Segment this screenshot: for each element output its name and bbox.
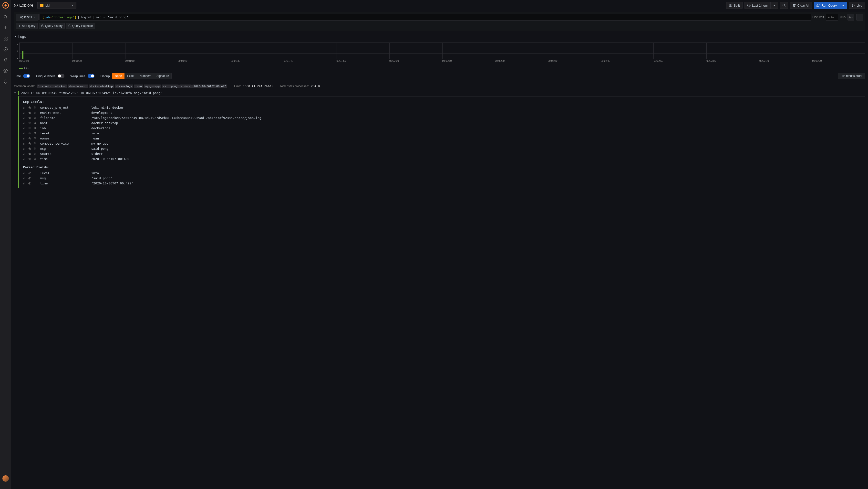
compass-icon[interactable]	[1, 45, 10, 54]
plus-icon[interactable]	[1, 23, 10, 33]
detail-value: /var/log/docker/5e04ec4918a78d24927d5eb8…	[91, 116, 261, 120]
panel-header[interactable]: Logs	[14, 35, 865, 38]
stats-icon[interactable]	[23, 177, 26, 180]
query-input[interactable]: {job="dockerlogs"} | logfmt | msg = "sai…	[39, 14, 811, 21]
filter-in-icon[interactable]	[28, 111, 31, 114]
filter-out-icon[interactable]	[34, 142, 37, 145]
run-query-button[interactable]: Run Query	[814, 2, 839, 9]
detail-value: info	[91, 132, 99, 135]
filter-in-icon[interactable]	[28, 106, 31, 109]
filter-in-icon[interactable]	[28, 122, 31, 124]
filter-in-icon[interactable]	[28, 132, 31, 135]
y-tick: 0	[14, 56, 18, 59]
add-query-button[interactable]: Add query	[16, 23, 38, 29]
stats-icon[interactable]	[23, 106, 26, 109]
line-limit-input[interactable]	[826, 14, 838, 21]
play-icon	[851, 4, 855, 7]
filter-out-icon[interactable]	[34, 122, 37, 124]
detail-key: compose_project	[40, 106, 89, 109]
search-icon[interactable]	[1, 12, 10, 22]
dedup-exact[interactable]: Exact	[124, 73, 137, 79]
filter-in-icon[interactable]	[28, 147, 31, 150]
dedup-none[interactable]: None	[112, 73, 125, 79]
filter-out-icon[interactable]	[34, 147, 37, 150]
zoom-out-button[interactable]	[780, 2, 788, 9]
detail-row: compose_projectloki-minio-docker	[23, 105, 861, 110]
time-toggle[interactable]	[23, 74, 30, 78]
eye-icon[interactable]	[28, 182, 31, 185]
stats-icon[interactable]	[23, 132, 26, 135]
stats-icon[interactable]	[23, 116, 26, 119]
stats-icon[interactable]	[23, 172, 26, 175]
filter-out-icon[interactable]	[34, 116, 37, 119]
filter-out-icon[interactable]	[34, 152, 37, 155]
toggle-visibility-button[interactable]	[847, 14, 854, 21]
stats-icon[interactable]	[23, 142, 26, 145]
filter-out-icon[interactable]	[34, 157, 37, 161]
detail-value: said pong	[91, 147, 108, 150]
unique-labels-toggle[interactable]	[58, 74, 64, 78]
chevron-down-icon	[71, 4, 74, 7]
time-range-dropdown[interactable]	[770, 2, 778, 9]
stats-icon[interactable]	[23, 152, 26, 155]
log-histogram[interactable]: 2 1 0 09:00:5009:01:0009:01:1009:01:2009…	[14, 42, 865, 64]
filter-in-icon[interactable]	[28, 137, 31, 140]
stats-icon[interactable]	[23, 122, 26, 124]
filter-out-icon[interactable]	[34, 132, 37, 135]
filter-in-icon[interactable]	[28, 142, 31, 145]
svg-point-141	[30, 173, 30, 173]
flip-results-button[interactable]: Flip results order	[838, 73, 865, 79]
eye-icon[interactable]	[28, 177, 31, 180]
filter-in-icon[interactable]	[28, 116, 31, 119]
stats-icon[interactable]	[23, 182, 26, 185]
detail-key: compose_service	[40, 142, 89, 145]
stats-icon[interactable]	[23, 157, 26, 161]
dedup-numbers[interactable]: Numbers	[137, 73, 154, 79]
stats-icon[interactable]	[23, 147, 26, 150]
filter-in-icon[interactable]	[28, 127, 31, 130]
stats-icon[interactable]	[23, 111, 26, 114]
bell-icon[interactable]	[1, 55, 10, 65]
time-range-button[interactable]: Last 1 hour	[744, 2, 770, 9]
live-button[interactable]: Live	[849, 2, 865, 9]
log-row[interactable]: 2020-10-06 09:00:49 time="2020-10-06T07:…	[14, 90, 865, 95]
filter-out-icon[interactable]	[34, 137, 37, 140]
detail-key: msg	[40, 147, 89, 150]
svg-rect-9	[6, 39, 7, 40]
detail-row: levelinfo	[23, 171, 861, 176]
run-query-dropdown[interactable]	[839, 2, 847, 9]
detail-value: dockerlogs	[91, 126, 110, 130]
wrap-lines-toggle[interactable]	[88, 74, 94, 78]
chart-legend: info	[19, 67, 865, 70]
limit-label: Limit:	[234, 85, 241, 88]
interval-display: 0.0s	[840, 16, 845, 19]
svg-line-136	[36, 159, 36, 160]
filter-out-icon[interactable]	[34, 127, 37, 130]
query-history-button[interactable]: Query history	[39, 23, 65, 29]
filter-out-icon[interactable]	[34, 111, 37, 114]
dashboards-icon[interactable]	[1, 34, 10, 44]
eye-icon[interactable]	[28, 172, 31, 175]
stats-icon[interactable]	[23, 127, 26, 130]
remove-query-button[interactable]	[856, 14, 863, 21]
log-message: time="2020-10-06T07:00:49Z" level=info m…	[59, 91, 162, 95]
page-title: Explore	[14, 3, 33, 8]
datasource-picker[interactable]: loki	[37, 2, 76, 9]
filter-in-icon[interactable]	[28, 152, 31, 155]
svg-marker-19	[852, 4, 854, 7]
grafana-logo[interactable]	[2, 2, 9, 9]
common-label-tag: 2020-10-06T07:00:49Z	[192, 85, 227, 88]
split-button[interactable]: Split	[726, 2, 743, 9]
clear-all-button[interactable]: Clear All	[790, 2, 812, 9]
parsed-section-title: Parsed Fields:	[23, 164, 861, 171]
filter-out-icon[interactable]	[34, 106, 37, 109]
filter-in-icon[interactable]	[28, 157, 31, 161]
dedup-signature[interactable]: Signature	[154, 73, 172, 79]
log-labels-button[interactable]: Log labels	[16, 14, 38, 21]
svg-rect-6	[4, 37, 5, 38]
shield-icon[interactable]	[1, 77, 10, 86]
query-inspector-button[interactable]: Query inspector	[66, 23, 95, 29]
gear-icon[interactable]	[1, 66, 10, 76]
x-tick: 09:02:10	[442, 60, 495, 62]
stats-icon[interactable]	[23, 137, 26, 140]
